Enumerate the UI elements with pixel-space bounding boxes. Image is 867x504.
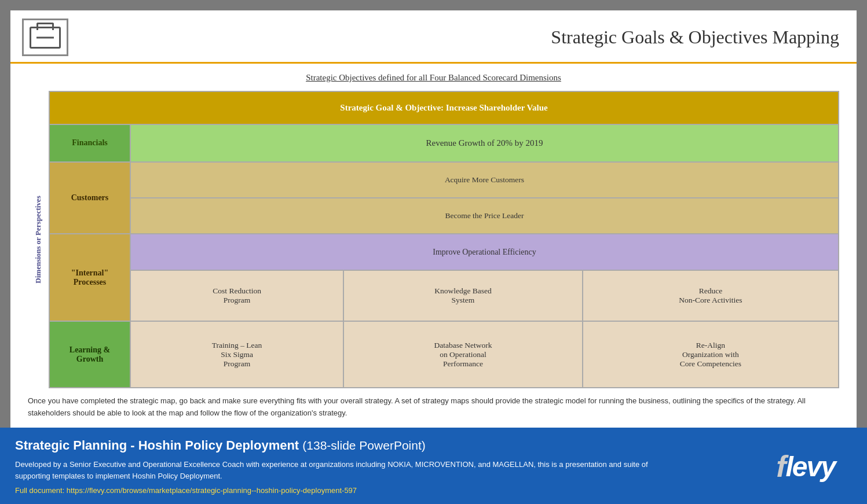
- bottom-title-normal: (138-slide PowerPoint): [302, 439, 425, 452]
- customers-row1: Customers Acquire More Customers: [49, 162, 839, 198]
- subtitle: Strategic Objectives defined for all Fou…: [28, 73, 839, 83]
- description-text: Once you have completed the strategic ma…: [28, 395, 839, 420]
- learning-perspective: Learning &Growth: [49, 321, 130, 388]
- training-cell: Training – LeanSix SigmaProgram: [130, 321, 343, 388]
- table-header-row: Strategic Goal & Objective: Increase Sha…: [49, 91, 839, 124]
- briefcase-icon: [30, 27, 61, 49]
- database-network-cell: Database Networkon OperationalPerformanc…: [343, 321, 583, 388]
- reduce-noncore-cell: ReduceNon-Core Activities: [583, 270, 839, 322]
- bottom-title: Strategic Planning - Hoshin Policy Deplo…: [15, 438, 852, 453]
- rotated-label-container: Dimensions or Perspectives: [28, 91, 49, 388]
- knowledge-based-cell: Knowledge BasedSystem: [343, 270, 583, 322]
- logo-box: [22, 19, 68, 56]
- slide-container: Strategic Goals & Objectives Mapping Str…: [10, 10, 857, 428]
- realign-cell: Re-AlignOrganization withCore Competenci…: [583, 321, 839, 388]
- bottom-description: Developed by a Senior Executive and Oper…: [15, 459, 652, 481]
- matrix-goal-header: Strategic Goal & Objective: Increase Sha…: [49, 91, 839, 124]
- customers-row2: Become the Price Leader: [49, 198, 839, 234]
- bottom-bar: Strategic Planning - Hoshin Policy Deplo…: [0, 428, 867, 504]
- flevy-text: levy: [785, 451, 835, 483]
- financials-perspective: Financials: [49, 124, 130, 161]
- flevy-f: f: [776, 449, 785, 484]
- flevy-logo: f levy: [776, 449, 835, 484]
- slide-content: Strategic Objectives defined for all Fou…: [10, 64, 857, 428]
- matrix-table: Strategic Goal & Objective: Increase Sha…: [49, 91, 839, 388]
- bottom-title-bold: Strategic Planning - Hoshin Policy Deplo…: [15, 438, 299, 453]
- customers-content-1: Acquire More Customers: [130, 162, 839, 198]
- financials-row: Financials Revenue Growth of 20% by 2019: [49, 124, 839, 161]
- matrix-wrapper: Dimensions or Perspectives Strategic Goa…: [28, 91, 839, 388]
- flevy-logo-container: f levy: [759, 438, 852, 495]
- customers-perspective: Customers: [49, 162, 130, 234]
- learning-row: Learning &Growth Training – LeanSix Sigm…: [49, 321, 839, 388]
- bottom-link[interactable]: Full document: https://flevy.com/browse/…: [15, 486, 852, 495]
- internal-perspective: "Internal"Processes: [49, 234, 130, 321]
- internal-row2: Cost ReductionProgram Knowledge BasedSys…: [49, 270, 839, 322]
- internal-content-1: Improve Operational Efficiency: [130, 234, 839, 270]
- cost-reduction-cell: Cost ReductionProgram: [130, 270, 343, 322]
- slide-header: Strategic Goals & Objectives Mapping: [10, 10, 857, 64]
- bottom-bar-inner: Strategic Planning - Hoshin Policy Deplo…: [15, 438, 852, 495]
- dimensions-label: Dimensions or Perspectives: [34, 196, 43, 284]
- slide-title: Strategic Goals & Objectives Mapping: [80, 27, 839, 48]
- customers-content-2: Become the Price Leader: [130, 198, 839, 234]
- financials-content: Revenue Growth of 20% by 2019: [130, 124, 839, 161]
- internal-row1: "Internal"Processes Improve Operational …: [49, 234, 839, 270]
